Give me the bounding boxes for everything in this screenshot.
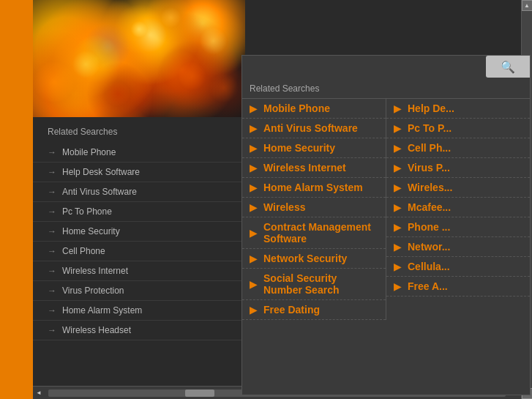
arrow-icon: ▶ [250,182,258,193]
overlay-item-label: Phone ... [408,221,450,233]
arrow-icon: ▶ [394,241,402,253]
overlay-list-item[interactable]: ▶Wireless Internet [242,158,386,178]
arrow-icon: ▶ [250,142,258,154]
scrollbar-thumb[interactable] [185,389,214,397]
sidebar-item-label: Home Security [62,226,120,236]
overlay-item-label: Anti Virus Software [263,122,358,134]
overlay-panel: 🔍 Related Searches ▶Mobile Phone▶Anti Vi… [241,55,531,395]
sidebar-item-label: Mobile Phone [62,147,116,157]
arrow-icon: ▶ [250,304,258,316]
overlay-item-label: Home Alarm System [263,182,363,193]
overlay-list-item[interactable]: ▶Network Security [242,249,386,269]
sidebar-item-label: Home Alarm System [62,305,142,316]
overlay-list-item[interactable]: ▶Contract Management Software [242,217,386,249]
arrow-icon: ▶ [250,253,258,264]
overlay-item-label: Networ... [408,241,450,253]
arrow-icon: ▶ [394,102,402,114]
arrow-icon: ▶ [394,201,402,213]
arrow-icon: ▶ [394,122,402,134]
sidebar-list-item[interactable]: →Mobile Phone [33,143,245,163]
overlay-left-col: ▶Mobile Phone▶Anti Virus Software▶Home S… [242,99,386,320]
sidebar-list-item[interactable]: →Pc To Phone [33,202,245,222]
overlay-list-item[interactable]: ▶Cellula... [386,257,530,277]
sidebar-item-label: Wireless Internet [62,266,128,276]
overlay-list-item[interactable]: ▶Pc To P... [386,119,530,138]
overlay-item-label: Contract Management Software [263,221,378,245]
overlay-list-item[interactable]: ▶Home Security [242,138,386,158]
header-image [33,0,245,117]
sidebar-list-item[interactable]: →Anti Virus Software [33,182,245,202]
arrow-icon: ▶ [250,278,258,290]
arrow-icon: → [48,246,56,256]
overlay-list-item[interactable]: ▶Free A... [386,277,530,297]
sidebar-search-list: →Mobile Phone→Help Desk Software→Anti Vi… [33,143,245,340]
overlay-list-item[interactable]: ▶Mobile Phone [242,99,386,119]
sidebar-list-item[interactable]: →Wireless Headset [33,321,245,340]
overlay-item-label: Mobile Phone [263,102,330,114]
sidebar-list-item[interactable]: →Home Security [33,222,245,242]
overlay-list-item[interactable]: ▶Help De... [386,99,530,119]
overlay-list-item[interactable]: ▶Free Dating [242,300,386,320]
sidebar-panel: Related Searches →Mobile Phone→Help Desk… [33,121,245,340]
arrow-icon: → [48,147,56,157]
overlay-list-item[interactable]: ▶Anti Virus Software [242,119,386,138]
sidebar-title: Related Searches [33,121,245,143]
overlay-item-label: Cellula... [408,261,450,272]
sidebar-item-label: Pc To Phone [62,206,112,217]
arrow-icon: → [48,286,56,296]
overlay-item-label: Cell Ph... [408,142,451,154]
overlay-right-col: ▶Help De...▶Pc To P...▶Cell Ph...▶Virus … [386,99,530,320]
sidebar-item-label: Help Desk Software [62,167,140,177]
overlay-columns: ▶Mobile Phone▶Anti Virus Software▶Home S… [242,99,530,320]
arrow-icon: ▶ [250,201,258,213]
overlay-item-label: Network Security [263,253,347,264]
overlay-item-label: Wireles... [408,182,452,193]
arrow-icon: ▶ [394,142,402,154]
sidebar-list-item[interactable]: →Help Desk Software [33,163,245,182]
overlay-item-label: Social Security Number Search [263,272,378,296]
overlay-list-item[interactable]: ▶Mcafee... [386,198,530,217]
overlay-item-label: Virus P... [408,162,450,174]
overlay-list-item[interactable]: ▶Wireless [242,198,386,217]
overlay-list-item[interactable]: ▶Phone ... [386,217,530,237]
arrow-icon: → [48,187,56,197]
arrow-icon: ▶ [394,182,402,193]
arrow-icon: → [48,305,56,316]
arrow-icon: ▶ [394,221,402,233]
search-icon-bar[interactable]: 🔍 [486,56,530,78]
scroll-left-button[interactable]: ◄ [33,389,45,396]
sidebar-list-item[interactable]: →Cell Phone [33,242,245,261]
sidebar-list-item[interactable]: →Home Alarm System [33,301,245,321]
sidebar-list-item[interactable]: →Wireless Internet [33,261,245,281]
overlay-item-label: Home Security [263,142,335,154]
arrow-icon: → [48,206,56,217]
sidebar-item-label: Anti Virus Software [62,187,137,197]
overlay-list-item[interactable]: ▶Home Alarm System [242,178,386,198]
sidebar-list-item[interactable]: →Virus Protection [33,281,245,301]
overlay-list-item[interactable]: ▶Wireles... [386,178,530,198]
overlay-item-label: Pc To P... [408,122,452,134]
arrow-icon: → [48,167,56,177]
arrow-icon: → [48,325,56,335]
scroll-up-button[interactable]: ▲ [522,0,533,11]
overlay-list-item[interactable]: ▶Networ... [386,237,530,257]
sidebar-item-label: Cell Phone [62,246,105,256]
sidebar-item-label: Virus Protection [62,286,124,296]
overlay-item-label: Free A... [408,280,448,292]
arrow-icon: ▶ [250,227,258,239]
overlay-list-item[interactable]: ▶Social Security Number Search [242,269,386,300]
arrow-icon: ▶ [250,122,258,134]
arrow-icon: ▶ [394,261,402,272]
overlay-list-item[interactable]: ▶Virus P... [386,158,530,178]
arrow-icon: ▶ [250,162,258,174]
overlay-title: Related Searches [242,78,530,99]
overlay-item-label: Mcafee... [408,201,451,213]
sidebar-item-label: Wireless Headset [62,325,131,335]
overlay-list-item[interactable]: ▶Cell Ph... [386,138,530,158]
orange-sidebar-strip [0,0,33,399]
arrow-icon: → [48,266,56,276]
search-icon: 🔍 [501,60,515,74]
overlay-item-label: Wireless Internet [263,162,346,174]
arrow-icon: → [48,226,56,236]
overlay-item-label: Free Dating [263,304,320,316]
